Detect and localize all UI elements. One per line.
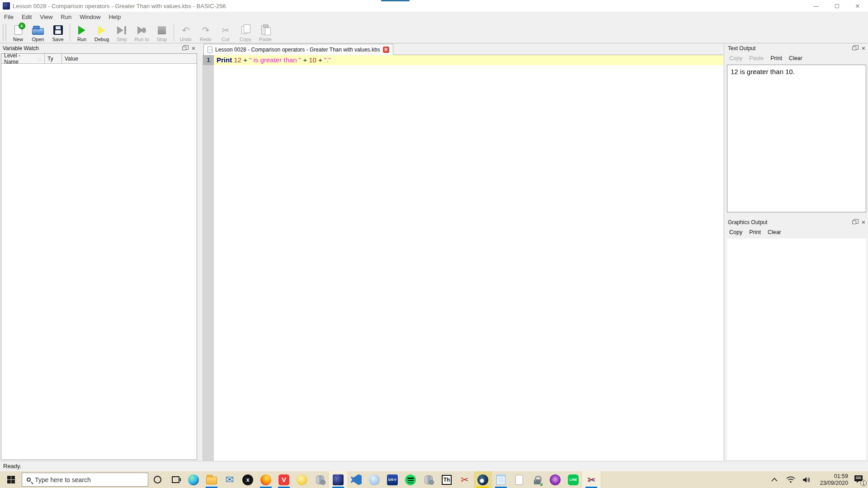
step-button[interactable]: Step	[112, 23, 132, 42]
vertical-splitter[interactable]	[198, 43, 203, 461]
firefox-icon	[260, 474, 271, 485]
tray-wifi-button[interactable]	[783, 476, 798, 483]
main-toolbar: New Open Save Run Debug Step Run to Stop…	[0, 22, 868, 43]
taskbar-item-database-tool[interactable]	[311, 471, 329, 488]
new-button[interactable]: New	[8, 23, 28, 42]
powder-toy-icon: Th	[442, 475, 452, 485]
vivaldi-icon: V	[278, 474, 289, 485]
vscode-icon	[351, 474, 362, 485]
taskbar-item-screenshot-tool[interactable]: ✂	[582, 471, 600, 488]
windows-logo-icon	[7, 476, 15, 483]
database-icon	[425, 475, 433, 484]
taskbar-item-line[interactable]: LINE	[564, 471, 582, 488]
copy-button[interactable]: Copy	[236, 23, 255, 42]
text-output-paste-button[interactable]: Paste	[749, 55, 764, 61]
notification-center-button[interactable]: 1	[854, 474, 865, 485]
float-panel-icon[interactable]	[852, 47, 856, 50]
code-keyword: Print	[217, 56, 234, 64]
tab-close-icon[interactable]: ✕	[383, 47, 389, 53]
float-panel-icon[interactable]	[182, 47, 186, 50]
graphics-output-copy-button[interactable]: Copy	[729, 229, 742, 235]
float-panel-icon[interactable]	[852, 221, 856, 224]
save-button[interactable]: Save	[48, 23, 68, 42]
debug-button[interactable]: Debug	[92, 23, 112, 42]
text-output-clear-button[interactable]: Clear	[789, 55, 802, 61]
text-output-copy-button[interactable]: Copy	[729, 55, 742, 61]
redo-button[interactable]: ↷ Redo	[196, 23, 216, 42]
save-floppy-icon	[53, 25, 63, 35]
tray-clock[interactable]: 01:59 23/09/2020	[816, 473, 852, 487]
menu-run[interactable]: Run	[57, 12, 75, 22]
run-button[interactable]: Run	[72, 23, 92, 42]
taskbar-item-notepad[interactable]	[492, 471, 510, 488]
windows-taskbar: ✉ x V DEV Th ✂ LINE ✂	[0, 471, 868, 488]
editor-tab[interactable]: Lesson 0028 - Comparison operators - Gre…	[203, 44, 393, 55]
taskbar-item-spotify[interactable]	[401, 471, 420, 488]
lock-sync-icon	[534, 479, 541, 484]
taskbar-item-devcpp[interactable]: DEV	[383, 471, 401, 488]
taskbar-item-steam[interactable]	[474, 471, 492, 488]
taskbar-item-database2[interactable]	[420, 471, 438, 488]
horizontal-splitter[interactable]	[725, 213, 868, 217]
menu-edit[interactable]: Edit	[18, 12, 36, 22]
taskbar-search-box[interactable]	[22, 473, 148, 487]
start-button[interactable]	[0, 471, 22, 488]
xbox-icon: x	[242, 474, 253, 485]
taskbar-item-mascot-app[interactable]	[293, 471, 311, 488]
menu-file[interactable]: File	[0, 12, 18, 22]
toolbar-drag-handle[interactable]	[3, 24, 6, 41]
taskbar-item-firefox[interactable]	[257, 471, 275, 488]
editor-code-area[interactable]: 1 Print 12 + " is greater than " + 10 + …	[203, 55, 723, 461]
menu-help[interactable]: Help	[104, 12, 125, 22]
close-panel-icon[interactable]: ×	[862, 220, 865, 225]
devcpp-icon: DEV	[387, 474, 398, 485]
tray-volume-button[interactable]	[800, 476, 814, 483]
restore-button[interactable]	[826, 0, 847, 12]
tray-date: 23/09/2020	[820, 480, 848, 486]
screenshot-scissors-icon: ✂	[587, 474, 595, 485]
paste-button[interactable]: Paste	[255, 23, 275, 42]
undo-button[interactable]: ↶ Undo	[176, 23, 196, 42]
open-button[interactable]: Open	[28, 23, 48, 42]
code-number: 10	[309, 56, 316, 64]
code-string: "."	[324, 56, 331, 64]
taskbar-item-vivaldi[interactable]: V	[275, 471, 293, 488]
column-header-level-name[interactable]: Level - Name △	[1, 54, 45, 63]
close-panel-icon[interactable]: ×	[192, 46, 195, 51]
taskbar-item-kde-app[interactable]	[365, 471, 383, 488]
cut-button[interactable]: ✂ Cut	[216, 23, 236, 42]
editor-tab-bar: Lesson 0028 - Comparison operators - Gre…	[203, 43, 723, 55]
taskbar-item-tor[interactable]	[546, 471, 564, 488]
taskbar-item-document-app[interactable]	[510, 471, 528, 488]
code-line-1: Print 12 + " is greater than " + 10 + ".…	[214, 55, 723, 65]
code-operator: +	[241, 56, 249, 64]
taskbar-item-snip-tool[interactable]: ✂	[456, 471, 474, 488]
search-input[interactable]	[35, 476, 134, 483]
taskbar-item-mail[interactable]: ✉	[221, 471, 239, 488]
tray-expand-button[interactable]	[767, 478, 782, 482]
editor-tab-title: Lesson 0028 - Comparison operators - Gre…	[215, 47, 380, 53]
text-output-print-button[interactable]: Print	[770, 55, 782, 61]
column-header-type[interactable]: Ty	[45, 54, 62, 63]
taskbar-item-vscode[interactable]	[347, 471, 365, 488]
menu-window[interactable]: Window	[75, 12, 104, 22]
graphics-output-print-button[interactable]: Print	[749, 229, 761, 235]
text-output-content[interactable]: 12 is greater than 10.	[727, 65, 866, 212]
menu-view[interactable]: View	[36, 12, 57, 22]
column-header-value[interactable]: Value	[62, 54, 197, 63]
taskbar-item-sync-lock[interactable]	[528, 471, 546, 488]
stop-button[interactable]: Stop	[152, 23, 172, 42]
minimize-button[interactable]: —	[806, 0, 826, 12]
taskbar-item-powder-toy[interactable]: Th	[438, 471, 456, 488]
cortana-button[interactable]	[148, 471, 166, 488]
taskbar-item-file-explorer[interactable]	[203, 471, 221, 488]
taskbar-item-edge[interactable]	[184, 471, 203, 488]
run-to-button[interactable]: Run to	[132, 23, 151, 42]
tor-browser-icon	[550, 474, 561, 485]
close-button[interactable]: ✕	[847, 0, 868, 12]
graphics-output-clear-button[interactable]: Clear	[768, 229, 781, 235]
close-panel-icon[interactable]: ×	[862, 46, 865, 51]
task-view-button[interactable]	[166, 471, 184, 488]
taskbar-item-xbox[interactable]: x	[239, 471, 257, 488]
taskbar-item-basic256[interactable]	[329, 471, 347, 488]
